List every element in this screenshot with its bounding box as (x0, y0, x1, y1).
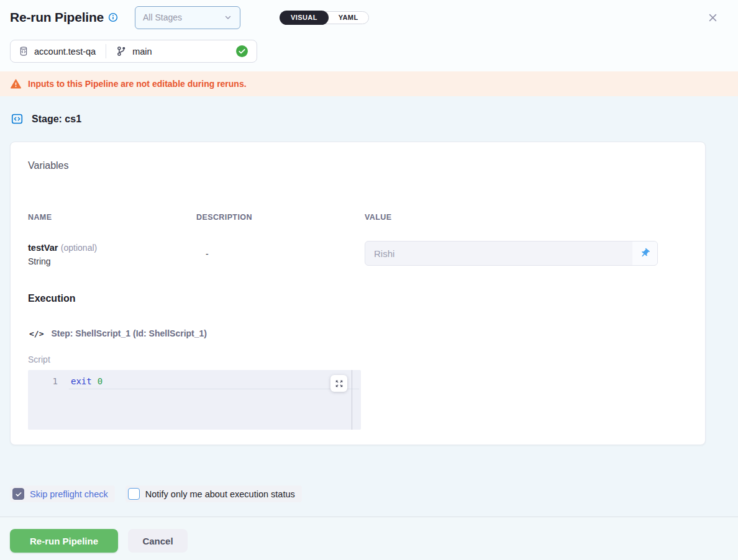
rerun-pipeline-button[interactable]: Re-run Pipeline (10, 529, 118, 553)
dialog-footer: Re-run Pipeline Cancel (0, 517, 738, 560)
tab-yaml[interactable]: YAML (329, 11, 368, 24)
branch-name: main (132, 47, 152, 56)
cancel-button[interactable]: Cancel (128, 529, 188, 553)
code-keyword: exit (71, 376, 92, 386)
dialog-header: Re-run Pipeline All Stages VISUAL YAML (0, 0, 738, 71)
stage-selector-value: All Stages (143, 12, 182, 22)
code-line: 1 exit0 (28, 374, 361, 388)
git-branch-icon (116, 46, 127, 56)
variable-name: testVar (28, 243, 58, 253)
code-text: exit0 (71, 376, 102, 386)
current-line-border (69, 389, 359, 389)
variable-type: String (28, 256, 97, 266)
column-header-name: NAME (28, 213, 52, 222)
column-header-description: DESCRIPTION (196, 213, 252, 222)
chevron-down-icon (224, 13, 232, 22)
header-row: Re-run Pipeline All Stages VISUAL YAML (10, 5, 721, 30)
step-label: Step: ShellScript_1 (Id: ShellScript_1) (51, 328, 207, 338)
code-number: 0 (98, 376, 102, 386)
skip-preflight-option[interactable]: Skip preflight check (10, 485, 115, 502)
notify-me-checkbox[interactable] (128, 488, 140, 500)
stage-selector-dropdown[interactable]: All Stages (135, 6, 240, 29)
line-number: 1 (28, 376, 58, 386)
close-icon[interactable] (705, 10, 721, 25)
stage-title: Stage: cs1 (32, 114, 81, 125)
skip-preflight-checkbox[interactable] (12, 488, 24, 500)
tab-visual[interactable]: VISUAL (280, 11, 329, 25)
variable-value-field (365, 241, 658, 266)
code-step-icon: </> (29, 329, 43, 338)
column-header-value: VALUE (365, 213, 391, 222)
expand-editor-button[interactable] (330, 375, 347, 392)
warning-text: Inputs to this Pipeline are not editable… (28, 79, 247, 89)
chip-divider (106, 44, 106, 58)
page-title: Re-run Pipeline (10, 10, 104, 25)
info-icon[interactable] (108, 12, 118, 22)
run-options: Skip preflight check Notify only me abou… (10, 485, 302, 502)
stage-header: Stage: cs1 (11, 112, 81, 125)
warning-banner: Inputs to this Pipeline are not editable… (0, 71, 738, 96)
script-code-editor[interactable]: 1 exit0 (28, 370, 361, 430)
editor-scrollbar[interactable] (352, 370, 352, 430)
valid-check-icon (235, 45, 248, 58)
rerun-pipeline-dialog: Re-run Pipeline All Stages VISUAL YAML (0, 0, 738, 560)
script-field-label: Script (28, 355, 50, 364)
repo-name: account.test-qa (34, 47, 96, 56)
notify-me-option[interactable]: Notify only me about execution status (125, 485, 302, 502)
variable-value-input (365, 242, 632, 265)
execution-section-title: Execution (28, 293, 75, 304)
variable-optional-suffix: (optional) (61, 243, 97, 253)
repo-branch-chip[interactable]: account.test-qa main (10, 40, 257, 63)
variable-description: - (206, 249, 209, 259)
notify-me-label[interactable]: Notify only me about execution status (145, 489, 295, 499)
visual-yaml-toggle: VISUAL YAML (280, 11, 369, 24)
variable-name-cell: testVar (optional) String (28, 242, 97, 266)
stage-inputs-card: Variables NAME DESCRIPTION VALUE testVar… (10, 142, 706, 445)
repository-icon (19, 46, 29, 56)
step-header: </> Step: ShellScript_1 (Id: ShellScript… (29, 328, 207, 338)
warning-icon (10, 78, 22, 89)
skip-preflight-label[interactable]: Skip preflight check (30, 489, 108, 499)
custom-stage-icon (11, 112, 24, 125)
variables-section-title: Variables (28, 160, 69, 171)
pin-icon[interactable] (632, 242, 657, 265)
